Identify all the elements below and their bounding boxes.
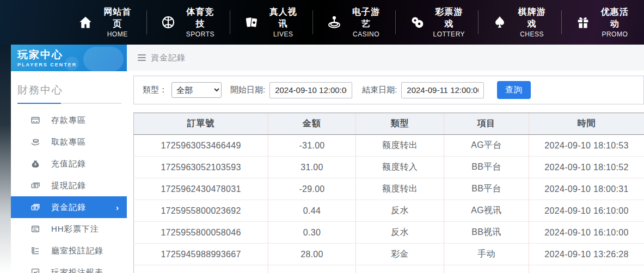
nav-label-en: CHESS [516,30,548,39]
nav-label-zh: 彩票游戏 [433,6,465,30]
spade-icon [492,14,508,30]
table-cell [529,265,644,273]
nav-item-promo[interactable]: 优惠活动PROMO [562,7,644,38]
table-cell [134,265,268,273]
column-header: 項目 [444,113,529,135]
sidebar-header: 玩家中心 PLAYERS CENTER [11,45,127,71]
column-header: 訂單號 [134,113,268,135]
table-cell: 0.44 [268,200,356,222]
table-cell: 2024-09-10 18:10:53 [529,135,644,157]
sidebar-item-label: 廳室投註記錄 [51,246,103,256]
table-cell: AG平台 [444,135,529,157]
sidebar-item-1[interactable]: 存款專區 [11,109,127,131]
table-cell: 0.30 [268,222,356,244]
table-row: 17259558000580460.30反水BB视讯2024-09-10 16:… [134,222,644,244]
funds-record-icon [30,202,40,212]
table-cell: AG视讯 [444,200,529,222]
end-date-input[interactable] [401,82,484,98]
sidebar-item-7[interactable]: 廳室投註記錄 [11,240,127,262]
table-cell: 2024-09-10 18:00:31 [529,178,644,200]
lottery-balls-icon [409,14,425,30]
main-content: 資金記錄 類型： 全部 開始日期: 結束日期: 查詢 訂單號金額類型項目時間 1… [127,45,644,273]
deposit-icon [30,115,40,125]
players-center-subtitle: PLAYERS CENTER [17,61,127,68]
sidebar-item-4[interactable]: 提現記錄 [11,175,127,196]
table-cell: BB平台 [444,157,529,178]
sidebar-menu: 存款專區取款專區充值記錄提現記錄資金記錄›HH彩票下注廳室投註記錄玩家投注報表 [11,109,127,273]
start-date-label: 開始日期: [230,85,265,95]
table-row: 172596305210359331.00额度转入BB平台2024-09-10 … [134,157,644,178]
sidebar-item-label: 充值記錄 [51,159,86,169]
sidebar-item-label: 提現記錄 [51,181,86,191]
nav-label-en: HOME [101,30,133,39]
basketball-icon [160,14,176,30]
room-bet-record-icon [30,246,40,256]
table-cell: 1725963053466449 [134,135,268,157]
sidebar-item-label: 資金記錄 [51,202,86,213]
section-underline [17,103,121,104]
table-row-partial [134,265,644,273]
table-cell: 31.00 [268,157,356,178]
table-cell: 额度转入 [356,157,444,178]
nav-item-home[interactable]: 网站首页HOME [64,7,146,38]
nav-item-lives[interactable]: 真人视讯LIVES [230,7,312,38]
table-row: 1725962430478031-29.00额度转出BB平台2024-09-10… [134,178,644,200]
start-date-input[interactable] [269,82,352,98]
sidebar-item-8[interactable]: 玩家投注報表 [11,262,127,273]
withdraw-icon [30,137,40,147]
recharge-record-icon [30,159,40,169]
table-cell: 1725963052103593 [134,157,268,178]
sidebar: 玩家中心 PLAYERS CENTER 財務中心 存款專區取款專區充值記錄提現記… [11,45,127,273]
nav-label-zh: 体育竞技 [184,6,216,30]
cards-icon [243,14,260,30]
breadcrumb: 資金記錄 [127,45,644,71]
sidebar-item-label: 存款專區 [51,115,86,126]
column-header: 類型 [356,113,444,135]
end-date-label: 結束日期: [362,85,397,95]
type-label: 類型： [143,85,167,95]
nav-label-zh: 网站首页 [101,6,133,30]
top-navigation: 网站首页HOME体育竞技SPORTS真人视讯LIVES电子游艺CASINO彩票游… [0,0,644,45]
table-cell: 额度转出 [356,135,444,157]
nav-label-en: LIVES [267,30,299,39]
chevron-right-icon: › [116,203,119,212]
nav-item-casino[interactable]: 电子游艺CASINO [313,7,395,38]
table-cell: -29.00 [268,178,356,200]
column-header: 時間 [529,113,644,135]
page-title: 資金記錄 [151,53,186,63]
player-report-icon [30,268,40,273]
withdrawal-record-icon [30,181,40,190]
table-cell: BB视讯 [444,222,529,244]
nav-label-en: CASINO [350,30,382,39]
nav-item-sports[interactable]: 体育竞技SPORTS [147,7,229,38]
table-cell: 1725955800023692 [134,200,268,222]
sidebar-item-label: HH彩票下注 [51,224,99,234]
type-select[interactable]: 全部 [171,82,222,98]
table-cell [356,265,444,273]
table-cell: 反水 [356,222,444,244]
nav-label-zh: 优惠活动 [599,6,631,30]
sidebar-item-6[interactable]: HH彩票下注 [11,218,127,240]
nav-item-lottery[interactable]: 彩票游戏LOTTERY [396,7,478,38]
table-cell: 1725955800058046 [134,222,268,244]
table-row: 1725963053466449-31.00额度转出AG平台2024-09-10… [134,135,644,157]
nav-label-en: SPORTS [184,30,216,39]
gift-icon [575,14,591,30]
funds-record-table: 訂單號金額類型項目時間 1725963053466449-31.00额度转出AG… [133,113,644,273]
search-button[interactable]: 查詢 [497,81,531,99]
sidebar-item-3[interactable]: 充值記錄 [11,153,127,175]
table-row: 172594598899366728.00彩金手动2024-09-10 13:2… [134,244,644,265]
table-cell: 额度转出 [356,178,444,200]
table-cell: 彩金 [356,244,444,265]
table-cell [268,265,356,273]
column-header: 金額 [268,113,356,135]
table-cell: 反水 [356,200,444,222]
nav-item-chess[interactable]: 棋牌游戏CHESS [479,7,561,38]
sidebar-item-5[interactable]: 資金記錄› [11,196,127,218]
filter-bar: 類型： 全部 開始日期: 結束日期: 查詢 [133,76,644,104]
sidebar-item-label: 玩家投注報表 [51,268,103,273]
page-background-strip [0,45,11,273]
sidebar-item-2[interactable]: 取款專區 [11,131,127,153]
table-cell: 2024-09-10 16:10:00 [529,222,644,244]
table-cell: -31.00 [268,135,356,157]
